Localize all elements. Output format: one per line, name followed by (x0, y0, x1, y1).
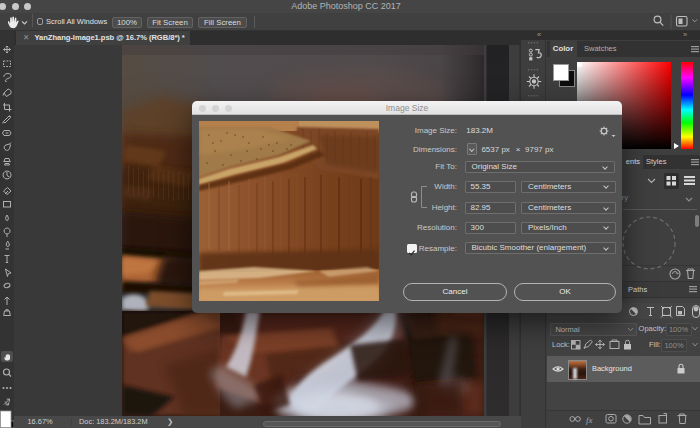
svg-text:fx: fx (586, 415, 593, 425)
